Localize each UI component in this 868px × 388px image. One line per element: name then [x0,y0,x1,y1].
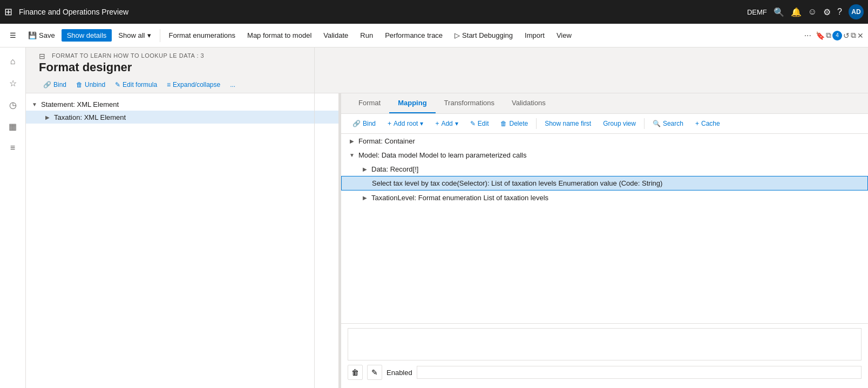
pencil-icon: ✎ [371,368,378,377]
panel-icon[interactable]: ⧉ [826,31,831,40]
bell-icon[interactable]: 🔔 [791,7,802,17]
tree-toggle-icon: ▼ [30,100,39,108]
tab-transformations[interactable]: Transformations [436,93,503,113]
debug-icon: ▷ [455,31,460,39]
tab-mapping[interactable]: Mapping [389,93,435,113]
plus-icon: + [435,120,439,127]
format-toolbar: 🔗 Bind 🗑 Unbind ✎ Edit formula ≡ Expand/… [26,77,868,93]
apps-icon[interactable]: ⊞ [4,6,12,18]
restore-icon[interactable]: ⧉ [851,31,856,40]
formula-area[interactable] [348,328,862,360]
show-details-button[interactable]: Show details [62,29,112,42]
plus-icon: + [388,120,391,127]
tab-format[interactable]: Format [350,93,389,113]
sidebar-star-icon[interactable]: ☆ [3,73,23,93]
link-icon: 🔗 [352,120,361,127]
sidebar-list-icon[interactable]: ≡ [3,138,23,158]
plus-icon: + [695,120,699,127]
search-icon: 🔍 [653,120,661,127]
cmd-right: ··· 🔖 ⧉ 4 ↺ ⧉ ✕ [801,29,864,43]
delete-button[interactable]: 🗑 Delete [496,117,533,130]
mapping-bind-button[interactable]: 🔗 Bind [348,117,381,130]
trash-icon: 🗑 [76,81,83,89]
more-format-button[interactable]: ... [226,79,240,91]
bookmark-icon[interactable]: 🔖 [816,31,825,40]
mapping-tree-item[interactable]: ▶ Data: Record[!] [341,162,868,176]
mapping-item-label: Model: Data model Model to learn paramet… [358,151,526,159]
bottom-actions: 🗑 ✎ Enabled [348,365,862,380]
enabled-input[interactable] [417,366,862,379]
tree-item-label: Taxation: XML Element [54,113,126,121]
search-icon[interactable]: 🔍 [774,7,784,17]
delete-formula-button[interactable]: 🗑 [348,365,363,380]
group-view-button[interactable]: Group view [598,117,641,130]
enabled-label: Enabled [386,369,412,377]
tree-toggle-icon: ▶ [361,193,369,202]
sidebar-clock-icon[interactable]: ◷ [3,95,23,114]
separator [644,118,645,129]
user-label: DEMF [747,8,767,16]
import-button[interactable]: Import [519,29,550,42]
close-icon[interactable]: ✕ [857,31,864,40]
edit-formula-button[interactable]: ✎ Edit formula [111,79,161,91]
cache-button[interactable]: + Cache [690,117,725,130]
mapping-item-label: Select tax level by tax code(Selector): … [372,179,662,187]
add-button[interactable]: + Add ▾ [430,117,463,130]
avatar[interactable]: AD [849,4,864,19]
mapping-item-label: Format: Container [358,137,415,145]
left-panel: ▼ Statement: XML Element ▶ Taxation: XML… [26,93,339,388]
tree-toggle-icon: ▼ [348,151,356,159]
expand-icon: ≡ [167,81,171,89]
edit-button[interactable]: ✎ Edit [465,117,494,130]
commandbar: ☰ 💾 Save Show details Show all ▾ Format … [0,24,868,47]
mapping-item-label: TaxationLevel: Format enumeration List o… [371,194,548,202]
trash-icon: 🗑 [351,368,359,377]
run-button[interactable]: Run [355,29,378,42]
unbind-button[interactable]: 🗑 Unbind [72,79,110,91]
tree-toggle-icon: ▶ [43,113,52,121]
tree-toggle-icon: ▶ [348,137,356,145]
show-all-button[interactable]: Show all ▾ [113,29,156,42]
trash-icon: 🗑 [500,120,507,127]
hamburger-icon: ☰ [10,31,16,39]
filter-icon[interactable]: ⊟ [39,52,45,60]
format-enumerations-button[interactable]: Format enumerations [164,29,241,42]
mapping-tree-item[interactable]: ▶ TaxationLevel: Format enumeration List… [341,190,868,205]
show-name-first-button[interactable]: Show name first [540,117,596,130]
right-panel: Format Mapping Transformations Validatio… [341,93,868,388]
save-button[interactable]: 💾 Save [23,29,60,42]
mapping-tree-item[interactable]: ▶ Format: Container [341,134,868,148]
smiley-icon[interactable]: ☺ [808,7,817,17]
refresh-icon[interactable]: ↺ [843,31,850,40]
tab-validations[interactable]: Validations [503,93,554,113]
map-format-button[interactable]: Map format to model [242,29,317,42]
add-root-button[interactable]: + Add root ▾ [383,117,428,130]
start-debugging-button[interactable]: ▷ Start Debugging [449,29,518,42]
more-options-icon[interactable]: ··· [801,29,815,43]
link-icon: 🔗 [43,81,51,89]
chevron-down-icon: ▾ [455,120,458,127]
sidebar-home-icon[interactable]: ⌂ [3,52,23,71]
mapping-tree-item-selected[interactable]: Select tax level by tax code(Selector): … [341,176,868,190]
sidebar-calendar-icon[interactable]: ▦ [3,117,23,136]
gear-icon[interactable]: ⚙ [823,7,831,17]
view-button[interactable]: View [551,29,577,42]
app-title: Finance and Operations Preview [19,8,745,16]
edit-formula-button[interactable]: ✎ [367,365,382,380]
tree-item[interactable]: ▼ Statement: XML Element [26,98,338,111]
bind-button[interactable]: 🔗 Bind [39,79,71,91]
mapping-tree-item[interactable]: ▼ Model: Data model Model to learn param… [341,148,868,162]
content-area: ⊟ FORMAT TO LEARN HOW TO LOOKUP LE DATA … [26,47,868,388]
tree-item[interactable]: ▶ Taxation: XML Element [26,111,338,124]
split-view: ▼ Statement: XML Element ▶ Taxation: XML… [26,93,868,388]
help-icon[interactable]: ? [837,7,842,17]
panel-divider [314,93,315,388]
bottom-panel: 🗑 ✎ Enabled [341,323,868,388]
search-button[interactable]: 🔍 Search [648,117,688,130]
validate-button[interactable]: Validate [318,29,354,42]
mapping-content: ▶ Format: Container ▼ Model: Data model … [341,134,868,323]
hamburger-button[interactable]: ☰ [4,29,22,42]
separator [536,118,537,129]
performance-trace-button[interactable]: Performance trace [379,29,448,42]
expand-collapse-button[interactable]: ≡ Expand/collapse [162,79,225,91]
